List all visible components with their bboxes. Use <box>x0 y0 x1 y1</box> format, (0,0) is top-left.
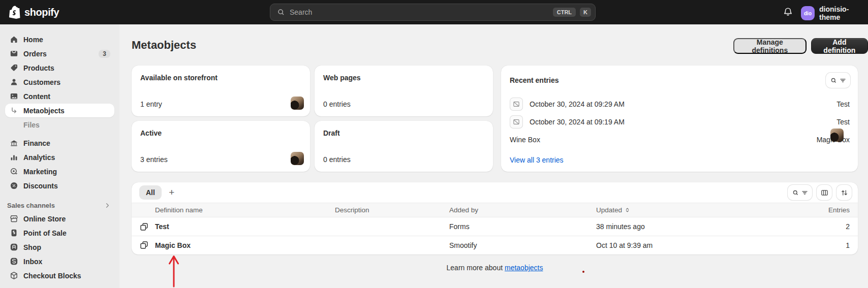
sidebar-item-finance[interactable]: Finance <box>5 136 114 150</box>
sidebar-item-label: Analytics <box>23 153 55 162</box>
card-title: Web pages <box>323 74 361 82</box>
target-icon <box>9 167 19 176</box>
sidebar-item-orders[interactable]: Orders 3 <box>5 47 114 60</box>
card-title: Draft <box>323 129 340 137</box>
sidebar-item-label: Checkout Blocks <box>23 272 81 280</box>
recent-entry-definition: Test <box>836 100 850 108</box>
customers-icon <box>9 77 19 87</box>
topbar: shopify CTRL K dio dionisio-theme <box>0 0 868 24</box>
bank-icon <box>9 138 19 148</box>
card-count: 3 entries <box>140 155 168 164</box>
orders-icon <box>9 49 19 58</box>
notifications-button[interactable] <box>783 7 793 17</box>
wine-box-thumbnail <box>291 152 304 165</box>
cell-definition-name[interactable]: Magic Box <box>155 241 335 249</box>
column-header-entries[interactable]: Entries <box>797 206 858 214</box>
sidebar-item-home[interactable]: Home <box>5 33 114 46</box>
pos-icon <box>9 228 19 238</box>
sidebar-item-files[interactable]: Files <box>5 118 114 132</box>
sidebar-item-discounts[interactable]: Discounts <box>5 179 114 193</box>
sales-channels-label: Sales channels <box>7 202 55 209</box>
table-tab-row: All + <box>132 182 858 203</box>
column-header-description[interactable]: Description <box>335 206 449 214</box>
store-name: dionisio-theme <box>819 5 868 21</box>
sort-button[interactable] <box>836 185 852 200</box>
cell-added-by: Smootify <box>449 241 596 249</box>
sidebar-item-label: Home <box>23 36 43 44</box>
recent-entry-row[interactable]: October 30, 2024 at 09:19 AM Test <box>510 113 850 131</box>
updated-label: Updated <box>596 206 622 214</box>
annotation-arrow <box>168 254 180 288</box>
add-view-button[interactable]: + <box>165 185 179 200</box>
sidebar-item-analytics[interactable]: Analytics <box>5 150 114 164</box>
sidebar-item-label: Metaobjects <box>23 107 65 115</box>
orders-count-badge: 3 <box>99 50 110 58</box>
column-header-added-by[interactable]: Added by <box>449 206 596 214</box>
columns-icon <box>820 188 829 197</box>
cell-updated: 38 minutes ago <box>596 222 797 231</box>
global-search[interactable]: CTRL K <box>270 4 596 21</box>
recent-entry-label: October 30, 2024 at 09:29 AM <box>530 100 625 108</box>
view-all-entries-link[interactable]: View all 3 entries <box>510 156 564 164</box>
sidebar-item-inbox[interactable]: Inbox <box>5 254 114 268</box>
recent-search-filter-button[interactable] <box>826 73 850 88</box>
table-row-magic-box[interactable]: Magic Box Smootify Oct 10 at 9:39 am 1 <box>132 236 858 254</box>
sidebar-item-label: Products <box>23 64 54 72</box>
recent-entry-row[interactable]: October 30, 2024 at 09:29 AM Test <box>510 95 850 113</box>
card-web-pages[interactable]: Web pages 0 entries <box>315 66 493 116</box>
tag-icon <box>9 63 19 73</box>
cell-added-by: Forms <box>449 222 596 231</box>
search-input[interactable] <box>290 8 549 16</box>
sidebar-item-shop[interactable]: Shop <box>5 240 114 254</box>
sidebar-item-label: Marketing <box>23 168 57 176</box>
filter-icon <box>839 77 847 84</box>
sidebar-item-label: Inbox <box>23 258 42 266</box>
card-draft[interactable]: Draft 0 entries <box>315 121 493 172</box>
sort-arrows-icon <box>840 188 849 197</box>
wine-box-thumbnail <box>291 97 304 110</box>
search-icon <box>276 8 286 17</box>
sidebar-item-label: Customers <box>23 78 60 86</box>
cell-entries: 2 <box>797 222 858 231</box>
shopify-wordmark: shopify <box>24 7 59 18</box>
page-title: Metaobjects <box>132 39 196 52</box>
store-account-menu[interactable]: dio dionisio-theme <box>801 5 868 21</box>
card-available-on-storefront[interactable]: Available on storefront 1 entry <box>132 66 310 116</box>
image-placeholder-icon <box>510 98 523 111</box>
sidebar-item-marketing[interactable]: Marketing <box>5 165 114 178</box>
recent-entries-list: October 30, 2024 at 09:29 AM Test Octobe… <box>510 95 850 148</box>
storefront-icon <box>9 214 19 223</box>
sidebar-item-content[interactable]: Content <box>5 89 114 103</box>
sidebar-item-point-of-sale[interactable]: Point of Sale <box>5 226 114 240</box>
home-icon <box>9 35 19 44</box>
store-avatar: dio <box>801 6 815 20</box>
sidebar-item-customers[interactable]: Customers <box>5 75 114 89</box>
bar-chart-icon <box>9 152 19 162</box>
shopify-logo[interactable]: shopify <box>9 5 59 19</box>
edit-columns-button[interactable] <box>817 185 832 200</box>
sidebar-item-products[interactable]: Products <box>5 61 114 75</box>
sales-channels-header[interactable]: Sales channels <box>0 199 119 212</box>
table-search-filter-button[interactable] <box>788 185 812 200</box>
column-header-definition-name[interactable]: Definition name <box>155 206 335 214</box>
tab-all[interactable]: All <box>139 185 162 200</box>
shop-app-icon <box>9 242 19 252</box>
sidebar-item-label: Online Store <box>23 215 66 223</box>
metaobjects-link[interactable]: metaobjects <box>505 264 543 272</box>
card-active[interactable]: Active 3 entries <box>132 121 310 172</box>
add-definition-button[interactable]: Add definition <box>811 38 868 54</box>
sidebar-item-online-store[interactable]: Online Store <box>5 212 114 226</box>
card-title: Available on storefront <box>140 74 218 82</box>
card-count: 0 entries <box>323 155 351 164</box>
column-header-updated[interactable]: Updated <box>596 206 797 214</box>
discount-badge-icon <box>9 181 19 190</box>
metaobject-icon <box>132 222 155 232</box>
sidebar-item-metaobjects[interactable]: Metaobjects <box>5 104 114 117</box>
table-header-row: Definition name Description Added by Upd… <box>132 203 858 217</box>
recent-entry-row[interactable]: Wine Box Magic Box <box>510 131 850 148</box>
table-row-test[interactable]: Test Forms 38 minutes ago 2 <box>132 217 858 236</box>
cell-definition-name[interactable]: Test <box>155 222 335 231</box>
manage-definitions-button[interactable]: Manage definitions <box>733 38 807 54</box>
table-toolbar <box>788 185 852 200</box>
sidebar-item-checkout-blocks[interactable]: Checkout Blocks <box>5 269 114 282</box>
